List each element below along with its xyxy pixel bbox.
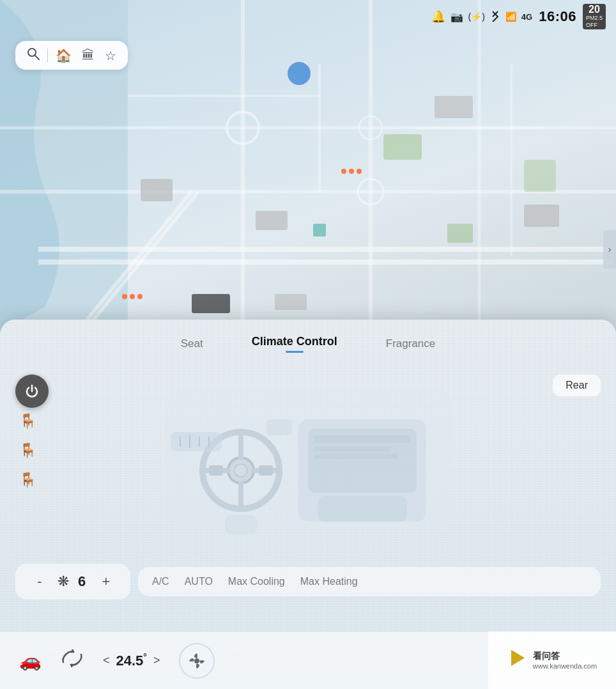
bottom-bar: 🚗 < 24.5° > bbox=[0, 631, 616, 689]
power-icon bbox=[24, 383, 40, 399]
fan-toggle-button[interactable] bbox=[179, 643, 215, 679]
seat-icon-2[interactable]: 🪑 bbox=[19, 442, 36, 459]
auto-button[interactable]: AUTO bbox=[183, 573, 214, 590]
status-bar: 🔔 📷 (⚡) 📶 4G 16:06 20 PM2.5OFF bbox=[0, 0, 616, 33]
car-area: Rear 🪑 🪑 🪑 bbox=[0, 362, 616, 554]
car-icon[interactable]: 🚗 bbox=[19, 650, 42, 671]
svg-rect-22 bbox=[256, 211, 288, 230]
temp-increase-button[interactable]: > bbox=[153, 654, 160, 667]
svg-marker-61 bbox=[511, 651, 524, 666]
temperature-control: < 24.5° > bbox=[103, 652, 160, 669]
rear-button[interactable]: Rear bbox=[553, 375, 601, 396]
map-area: 🔔 📷 (⚡) 📶 4G 16:06 20 PM2.5OFF 🏠 � bbox=[0, 0, 616, 332]
watermark: 看问答 www.kanwenda.com bbox=[488, 631, 616, 689]
tab-fragrance[interactable]: Fragrance bbox=[381, 335, 440, 353]
svg-rect-23 bbox=[435, 96, 473, 118]
search-icon[interactable] bbox=[27, 47, 40, 63]
tab-bar: Seat Climate Control Fragrance bbox=[0, 320, 616, 362]
svg-point-29 bbox=[349, 169, 354, 174]
signal-icon: 📶 bbox=[505, 12, 516, 22]
svg-rect-25 bbox=[192, 294, 230, 313]
seat-icon-1[interactable]: 🪑 bbox=[19, 413, 36, 430]
svg-rect-44 bbox=[209, 465, 223, 476]
svg-rect-16 bbox=[447, 224, 473, 243]
home-icon[interactable]: 🏠 bbox=[56, 48, 72, 63]
svg-rect-58 bbox=[318, 496, 407, 522]
svg-rect-14 bbox=[383, 134, 422, 160]
svg-point-27 bbox=[288, 62, 311, 85]
fan-toggle-icon bbox=[188, 652, 206, 670]
svg-rect-17 bbox=[313, 224, 326, 236]
seat-icons: 🪑 🪑 🪑 bbox=[19, 413, 36, 488]
svg-rect-45 bbox=[259, 465, 273, 476]
svg-line-36 bbox=[35, 56, 39, 59]
svg-rect-49 bbox=[314, 435, 410, 443]
svg-rect-26 bbox=[275, 294, 307, 310]
search-divider bbox=[47, 49, 48, 63]
status-time: 16:06 bbox=[539, 8, 576, 25]
building-icon[interactable]: 🏛 bbox=[82, 48, 95, 63]
temperature-display: 24.5° bbox=[116, 652, 147, 669]
bell-icon: 🔔 bbox=[431, 10, 445, 24]
search-nav-icons: 🏠 🏛 ☆ bbox=[56, 48, 116, 63]
map-right-arrow[interactable]: › bbox=[603, 230, 616, 268]
fan-increase-button[interactable]: + bbox=[95, 570, 118, 593]
camera-icon: 📷 bbox=[450, 11, 463, 23]
svg-point-35 bbox=[28, 49, 36, 56]
fan-speed-group: - ❋ 6 + bbox=[15, 564, 130, 600]
ac-button[interactable]: A/C bbox=[151, 573, 171, 590]
car-illustration bbox=[100, 368, 516, 547]
svg-rect-52 bbox=[171, 432, 222, 451]
fan-control-section: - ❋ 6 + A/C AUTO Max Cooling Max Heating bbox=[0, 554, 616, 610]
recirculation-icon[interactable] bbox=[61, 649, 84, 672]
tab-active-indicator bbox=[286, 351, 304, 353]
max-cooling-button[interactable]: Max Cooling bbox=[227, 573, 286, 590]
search-bar[interactable]: 🏠 🏛 ☆ bbox=[15, 41, 128, 70]
ac-mode-group: A/C AUTO Max Cooling Max Heating bbox=[138, 567, 601, 596]
star-icon[interactable]: ☆ bbox=[105, 48, 116, 63]
bottom-panel: Seat Climate Control Fragrance Rear 🪑 🪑 … bbox=[0, 320, 616, 689]
svg-rect-57 bbox=[266, 419, 292, 435]
svg-rect-59 bbox=[225, 515, 257, 534]
watermark-logo bbox=[507, 648, 528, 673]
svg-point-28 bbox=[341, 169, 346, 174]
svg-point-30 bbox=[357, 169, 362, 174]
charge-icon: (⚡) bbox=[468, 12, 485, 22]
pm25-label: PM2.5OFF bbox=[586, 15, 603, 29]
svg-point-46 bbox=[235, 464, 247, 477]
fan-icon: ❋ bbox=[58, 573, 69, 590]
svg-rect-21 bbox=[141, 179, 173, 201]
fan-decrease-button[interactable]: - bbox=[28, 570, 51, 593]
tab-seat[interactable]: Seat bbox=[176, 335, 208, 353]
bluetooth-icon bbox=[490, 9, 500, 25]
seat-icon-3[interactable]: 🪑 bbox=[19, 472, 36, 488]
svg-rect-24 bbox=[524, 205, 559, 227]
watermark-text: 看问答 www.kanwenda.com bbox=[533, 650, 597, 670]
network-label: 4G bbox=[521, 12, 532, 22]
svg-point-33 bbox=[137, 294, 142, 299]
temp-decrease-button[interactable]: < bbox=[103, 654, 110, 667]
power-button[interactable] bbox=[15, 375, 49, 408]
svg-point-32 bbox=[130, 294, 135, 299]
fan-speed-value: 6 bbox=[75, 573, 88, 590]
svg-point-60 bbox=[194, 658, 199, 663]
max-heating-button[interactable]: Max Heating bbox=[299, 573, 359, 590]
svg-point-31 bbox=[122, 294, 127, 299]
pm25-value: 20 bbox=[589, 4, 600, 15]
svg-rect-51 bbox=[314, 454, 397, 459]
tab-climate[interactable]: Climate Control bbox=[247, 332, 343, 355]
temp-unit: ° bbox=[143, 652, 147, 662]
svg-rect-15 bbox=[524, 160, 556, 192]
status-icons: 🔔 📷 (⚡) 📶 4G bbox=[431, 9, 533, 25]
pm25-badge: 20 PM2.5OFF bbox=[583, 4, 606, 29]
svg-rect-50 bbox=[314, 446, 391, 451]
